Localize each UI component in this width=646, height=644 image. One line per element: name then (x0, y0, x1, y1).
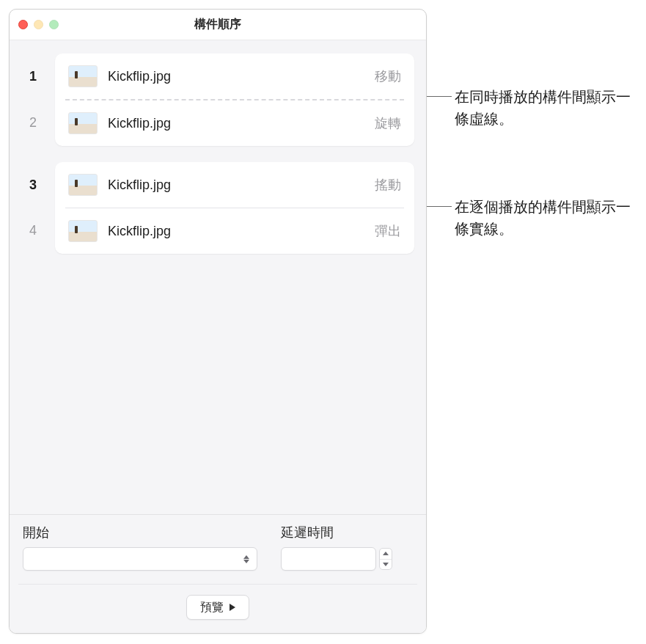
delay-stepper[interactable] (379, 548, 392, 570)
thumbnail-icon (68, 112, 98, 134)
build-card: Kickflip.jpg 搖動 Kickflip.jpg 彈出 (55, 162, 414, 254)
build-list: 1 2 Kickflip.jpg 移動 Kickflip.jpg 旋轉 3 (10, 40, 426, 514)
build-number: 1 (29, 69, 37, 84)
build-order-window: 構件順序 1 2 Kickflip.jpg 移動 Kickflip.jpg 旋轉 (9, 9, 427, 634)
titlebar: 構件順序 (10, 10, 426, 40)
preview-row: 預覽 (23, 595, 413, 620)
filename-label: Kickflip.jpg (108, 69, 375, 84)
thumbnail-icon (68, 65, 98, 87)
effect-label: 搖動 (375, 176, 401, 194)
filename-label: Kickflip.jpg (108, 116, 375, 131)
callout-line (427, 96, 452, 97)
effect-label: 彈出 (375, 222, 401, 240)
callout-text: 在逐個播放的構件間顯示一條實線。 (455, 196, 639, 240)
callout-dashed: 在同時播放的構件間顯示一條虛線。 (427, 86, 639, 130)
chevron-down-icon[interactable] (380, 560, 392, 570)
build-group: 1 2 Kickflip.jpg 移動 Kickflip.jpg 旋轉 (21, 54, 414, 146)
preview-button-label: 預覽 (200, 600, 224, 615)
close-icon[interactable] (18, 20, 28, 29)
maximize-icon (49, 20, 59, 29)
build-row[interactable]: Kickflip.jpg 彈出 (55, 208, 414, 254)
footer: 開始 延遲時間 預覽 (10, 514, 426, 633)
controls-row: 開始 延遲時間 (23, 524, 413, 571)
delay-label: 延遲時間 (281, 524, 392, 541)
window-title: 構件順序 (194, 17, 241, 32)
delay-stepper-field (281, 547, 392, 571)
build-row[interactable]: Kickflip.jpg 搖動 (55, 162, 414, 208)
chevron-up-icon[interactable] (380, 549, 392, 560)
build-row[interactable]: Kickflip.jpg 移動 (55, 54, 414, 99)
chevron-updown-icon (241, 551, 252, 567)
traffic-lights (18, 20, 59, 29)
build-card: Kickflip.jpg 移動 Kickflip.jpg 旋轉 (55, 54, 414, 146)
minimize-icon (34, 20, 43, 29)
build-number: 2 (29, 115, 37, 131)
start-select[interactable] (23, 547, 257, 571)
thumbnail-icon (68, 220, 98, 242)
build-number: 3 (29, 178, 37, 193)
delay-input[interactable] (281, 547, 376, 571)
callout-text: 在同時播放的構件間顯示一條虛線。 (455, 86, 639, 130)
filename-label: Kickflip.jpg (108, 224, 375, 239)
filename-label: Kickflip.jpg (108, 178, 375, 193)
play-icon (230, 604, 235, 611)
number-column: 3 4 (21, 162, 45, 254)
thumbnail-icon (68, 174, 98, 196)
build-group: 3 4 Kickflip.jpg 搖動 Kickflip.jpg 彈出 (21, 162, 414, 254)
build-number: 4 (29, 223, 37, 238)
start-control: 開始 (23, 524, 257, 571)
number-column: 1 2 (21, 54, 45, 146)
start-label: 開始 (23, 524, 257, 541)
effect-label: 移動 (375, 67, 401, 85)
callout-line (427, 206, 452, 207)
divider (18, 584, 417, 585)
build-row[interactable]: Kickflip.jpg 旋轉 (55, 100, 414, 146)
effect-label: 旋轉 (375, 114, 401, 132)
preview-button[interactable]: 預覽 (186, 595, 249, 620)
callout-solid: 在逐個播放的構件間顯示一條實線。 (427, 196, 639, 240)
delay-control: 延遲時間 (281, 524, 392, 571)
